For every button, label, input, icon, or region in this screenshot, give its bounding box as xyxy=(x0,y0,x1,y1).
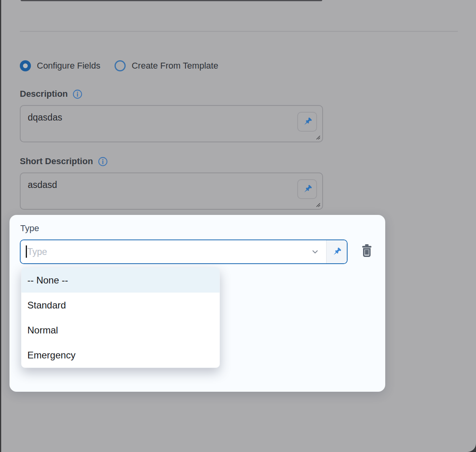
section-divider xyxy=(20,31,458,32)
short-description-textarea[interactable]: asdasd xyxy=(21,173,322,209)
radio-selected-icon[interactable] xyxy=(20,60,31,71)
chevron-down-icon[interactable] xyxy=(310,247,320,257)
radio-unselected-icon[interactable] xyxy=(115,60,126,71)
type-label: Type xyxy=(20,223,39,234)
info-icon[interactable] xyxy=(73,89,82,99)
description-textarea-wrap: dqasdas xyxy=(20,105,323,142)
description-textarea[interactable]: dqasdas xyxy=(21,106,322,142)
description-label-row: Description xyxy=(20,89,82,99)
dropdown-option-normal[interactable]: Normal xyxy=(21,318,220,343)
trash-icon xyxy=(359,243,374,257)
type-field-spotlight-card: Type xyxy=(10,215,385,392)
short-description-label: Short Description xyxy=(20,156,93,167)
type-dropdown-list: -- None -- Standard Normal Emergency xyxy=(21,267,220,368)
radio-label[interactable]: Create From Template xyxy=(132,61,218,71)
pushpin-icon xyxy=(331,247,342,257)
dropdown-option-emergency[interactable]: Emergency xyxy=(21,343,220,368)
pin-button[interactable] xyxy=(297,179,317,199)
delete-field-button[interactable] xyxy=(358,241,375,259)
resize-handle-icon[interactable] xyxy=(315,134,321,140)
pin-button[interactable] xyxy=(297,112,317,132)
pin-button[interactable] xyxy=(326,240,347,263)
radio-label[interactable]: Configure Fields xyxy=(37,61,100,71)
short-description-label-row: Short Description xyxy=(20,156,108,167)
type-input-wrap xyxy=(21,240,326,263)
short-description-textarea-wrap: asdasd xyxy=(20,172,323,210)
dropdown-option-standard[interactable]: Standard xyxy=(21,293,220,318)
dropdown-option-none[interactable]: -- None -- xyxy=(21,268,220,293)
radio-create-from-template[interactable]: Create From Template xyxy=(115,60,218,71)
type-input[interactable] xyxy=(21,240,326,263)
radio-configure-fields[interactable]: Configure Fields xyxy=(20,60,100,71)
pushpin-icon xyxy=(302,184,313,195)
type-combobox xyxy=(20,239,348,264)
left-panel-edge xyxy=(0,0,1,452)
info-icon[interactable] xyxy=(98,157,108,167)
resize-handle-icon[interactable] xyxy=(315,202,321,207)
clipped-field-bottom-border xyxy=(21,0,322,1)
pushpin-icon xyxy=(302,117,313,127)
form-page: Configure Fields Create From Template De… xyxy=(0,0,476,452)
text-caret xyxy=(26,245,27,258)
description-label: Description xyxy=(20,89,68,99)
field-mode-radio-group: Configure Fields Create From Template xyxy=(20,60,218,71)
